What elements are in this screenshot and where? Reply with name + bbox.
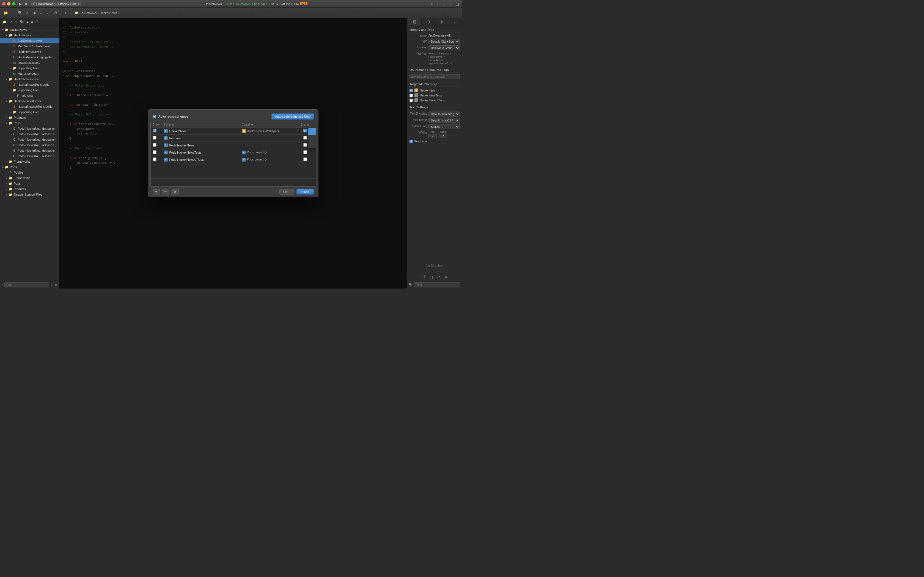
inspector-tab-inspect[interactable] — [422, 18, 435, 26]
scheme-selector[interactable]: Y HackerNews | iPhone 7 Plus ▾ — [31, 2, 81, 6]
list-btn[interactable]: ≡ — [39, 10, 44, 16]
panel-toggle[interactable]: ◫ — [455, 2, 460, 6]
debug-toggle[interactable]: ⊟ — [436, 2, 441, 6]
inspector-tab-quicklook[interactable] — [435, 18, 448, 26]
branch-btn[interactable]: ⎇ — [44, 10, 51, 16]
tree-item-hackernews-group[interactable]: ▾ 📁 HackerNews — [0, 32, 59, 38]
back-btn[interactable]: ‹ — [63, 10, 67, 16]
dropdown-item-workspace[interactable]: ✓ W HackerNews Workspace — [308, 128, 316, 135]
wrap-checkbox[interactable] — [409, 140, 413, 143]
minimize-button[interactable] — [7, 2, 10, 5]
edit-btn[interactable]: Edit... — [279, 189, 294, 195]
row-show-pods-tests[interactable] — [153, 150, 157, 154]
location-select[interactable]: Relative to Group — [428, 45, 460, 50]
nav-issues-icon[interactable]: ⚠ — [14, 19, 18, 24]
inspector-toggle[interactable]: ⊡ — [443, 2, 447, 6]
tab-width-input[interactable] — [428, 134, 437, 138]
close-btn[interactable]: Close — [296, 189, 313, 195]
tree-item-appdelegate[interactable]: S AppDelegate.swift — [0, 38, 59, 44]
filter-input[interactable] — [5, 282, 49, 287]
history-btn[interactable]: ⏱ — [52, 10, 58, 16]
tree-item-main-storyboard[interactable]: ⊡ Main.storyboard — [0, 71, 59, 76]
inspector-grid-btn[interactable]: ⊞ — [444, 275, 449, 280]
inspector-tab-file[interactable] — [409, 18, 422, 26]
breadcrumb-folder[interactable]: HackerNews — [100, 11, 117, 15]
tree-item-xcconfig3[interactable]: C Pods-HackerNe....debug.xcconfig — [0, 137, 59, 142]
tree-item-hairline[interactable]: S HairlineView.swift — [0, 49, 59, 55]
tree-item-products[interactable]: ▸ 📁 Products — [0, 115, 59, 120]
dropdown-item-pods[interactable]: P Pods project — [308, 142, 316, 148]
autocreate-checkbox[interactable] — [153, 115, 156, 118]
nav-vcs-icon[interactable]: ⎇ — [8, 19, 13, 24]
tree-item-xcconfig5[interactable]: C Pods-HackerNe....debug.xcconfig — [0, 148, 59, 153]
search-btn[interactable]: 🔍 — [16, 10, 24, 16]
tree-item-pods-products[interactable]: ▸ 📁 Products — [0, 186, 59, 192]
tags-input[interactable] — [409, 74, 460, 79]
nav-reports-icon[interactable]: ☰ — [35, 19, 39, 24]
tree-item-frameworks[interactable]: ▸ 📁 Frameworks — [0, 159, 59, 164]
tree-item-supporting-hackernews[interactable]: ▸ 📁 Supporting Files — [0, 65, 59, 71]
indent-select[interactable]: Spaces — [428, 124, 460, 129]
encoding-select[interactable]: Default - Unicode (UTF-8) — [428, 111, 460, 116]
tree-item-bridging[interactable]: H HackerNews-Bridging-Header.h — [0, 55, 59, 60]
tree-item-supporting-tests[interactable]: ▾ 📁 Supporting Files — [0, 87, 59, 93]
shared-checkbox-hackernews[interactable] — [303, 129, 307, 132]
tree-item-pods-group[interactable]: ▾ 📁 Pods — [0, 120, 59, 126]
remove-scheme-btn[interactable]: − — [162, 189, 169, 195]
line-endings-select[interactable]: Default - macOS / Unix (LF) — [428, 118, 460, 123]
target-checkbox-hackernews[interactable] — [409, 89, 413, 92]
navigator-toggle[interactable]: ⊞ — [430, 2, 435, 6]
tree-item-tests[interactable]: ▾ 📁 HackerNewsTests — [0, 76, 59, 82]
play-button[interactable]: ▶ — [18, 2, 23, 6]
stop-button[interactable]: ■ — [24, 2, 28, 6]
link-icon[interactable]: ↗ — [450, 62, 452, 65]
inspector-filter-input[interactable] — [414, 282, 460, 287]
nav-debug-icon[interactable]: ◈ — [26, 19, 29, 24]
gear-btn[interactable]: ⚙ — [171, 189, 179, 195]
row-show-hackernews[interactable] — [153, 129, 157, 132]
window-controls[interactable] — [2, 2, 15, 5]
maximize-button[interactable] — [12, 2, 15, 5]
tree-item-uitests[interactable]: ▾ 📁 HackerNewsUITests — [0, 98, 59, 104]
tree-item-images[interactable]: ▸ ◫ Images.xcassets — [0, 60, 59, 65]
row-show-pods-uitests[interactable] — [153, 158, 157, 161]
tree-item-info-plist[interactable]: P Info.plist — [0, 93, 59, 98]
autocreate-btn[interactable]: Autocreate Schemes Now — [271, 113, 313, 119]
row-show-firebase[interactable] — [153, 136, 157, 140]
add-btn[interactable]: + — [10, 10, 15, 16]
filter-options-btn[interactable]: ? — [50, 283, 53, 287]
tree-item-pods-root[interactable]: ▾ 📁 Pods — [0, 164, 59, 170]
tree-item-podfile[interactable]: P Podfile — [0, 170, 59, 175]
filter-scope-btn[interactable]: ⊞ — [54, 283, 57, 287]
forward-btn[interactable]: › — [68, 10, 72, 16]
tree-item-supporting-uitests[interactable]: ▸ 📁 Supporting Files — [0, 110, 59, 115]
inspector-brace-btn[interactable]: { } — [429, 275, 434, 280]
breakpoint-btn[interactable]: ◆ — [32, 10, 37, 16]
tree-item-xcconfig6[interactable]: C Pods-HackerNe....release.xcconfig — [0, 153, 59, 159]
tree-item-tests-swift[interactable]: S HackerNewsTests.swift — [0, 82, 59, 87]
tree-item-pods-frameworks[interactable]: ▸ 📁 Frameworks — [0, 175, 59, 181]
folder-btn[interactable]: 📁 — [2, 10, 9, 16]
inspector-clock-btn[interactable]: ⏱ — [436, 275, 442, 280]
target-checkbox-uitests[interactable] — [409, 98, 413, 102]
inspector-file-btn[interactable] — [420, 274, 426, 280]
add-scheme-btn[interactable]: + — [153, 189, 160, 195]
split-view[interactable]: ⊞ — [449, 2, 454, 6]
warning-badge[interactable]: ⚠ 2 — [300, 2, 307, 5]
target-checkbox-tests[interactable] — [409, 94, 413, 97]
tree-item-xcconfig1[interactable]: C Pods-HackerNe....debug.xcconfig — [0, 126, 59, 131]
tree-item-xcconfig2[interactable]: C Pods-HackerNe....release.xcconfig — [0, 131, 59, 137]
row-show-pods[interactable] — [153, 143, 157, 147]
row-container-hackernews[interactable]: W HackerNews Workspace ✓ W HackerNews Wo… — [242, 129, 297, 133]
nav-folder-icon[interactable]: 📁 — [2, 19, 7, 24]
tree-item-targets-support[interactable]: ▸ 📁 Targets Support Files — [0, 192, 59, 197]
tree-item-xcconfig4[interactable]: C Pods-HackerNe....release.xcconfig — [0, 142, 59, 148]
shared-checkbox-pods-uitests[interactable] — [303, 158, 307, 161]
inspector-tab-help[interactable]: ? — [448, 18, 461, 26]
nav-search-icon[interactable]: 🔍 — [19, 19, 24, 24]
tree-item-mainview[interactable]: S MainViewController.swift — [0, 44, 59, 49]
tree-item-hackernews-root[interactable]: ▾ 📁 HackerNews — [0, 27, 59, 32]
tree-item-uitests-swift[interactable]: S HackerNewsUITests.swift — [0, 104, 59, 110]
nav-breakpoints-icon[interactable]: ◆ — [30, 19, 34, 24]
shared-checkbox-firebase[interactable] — [303, 136, 307, 140]
